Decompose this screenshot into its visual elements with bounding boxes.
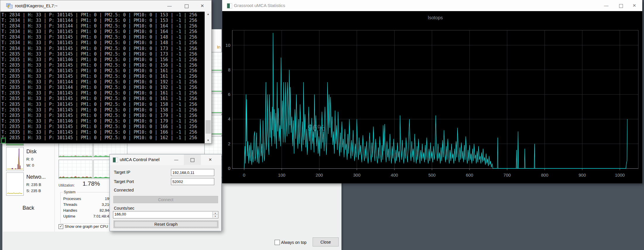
stat-value: 7:01:48:42: [93, 214, 111, 218]
statistics-window-title: Grassroot uMCA Statistics: [234, 3, 285, 8]
x-tick-label: 600: [462, 173, 477, 177]
system-stat-row: Uptime7:01:48:42: [63, 214, 111, 220]
terminal-row: T: 2834 | H: 33 | P: 101145 | PM1: 0 | P…: [1, 46, 197, 51]
system-stat-row: Threads3,210: [63, 202, 111, 208]
utilization-value: 1.78%: [83, 180, 100, 187]
terminal-row: T: 2835 | H: 33 | P: 101144 | PM1: 0 | P…: [1, 85, 197, 90]
always-on-top-label: Always on top: [281, 240, 306, 245]
chart-app-icon: [113, 157, 118, 163]
connection-status: Connected: [114, 188, 134, 192]
dialog-title: uMCA Control Panel: [120, 157, 160, 162]
statistics-titlebar[interactable]: Grassroot uMCA Statistics — ✕: [222, 0, 642, 11]
y-tick-label: 4: [223, 116, 230, 121]
terminal-row: T: 2835 | H: 33 | P: 101145 | PM1: 0 | P…: [1, 135, 197, 141]
target-ip-label: Target IP: [114, 170, 130, 175]
scroll-down-icon[interactable]: ▼: [205, 138, 211, 143]
target-port-input[interactable]: [171, 178, 214, 185]
close-button[interactable]: Close: [313, 237, 339, 246]
x-tick-label: 700: [500, 173, 514, 177]
reset-graph-button[interactable]: Reset Graph: [114, 220, 218, 228]
control-panel-dialog: uMCA Control Panel — ✕ Target IP Target …: [109, 154, 222, 231]
terminal-cursor: [1, 138, 6, 143]
x-tick-label: 100: [274, 173, 289, 177]
statistics-window: Grassroot uMCA Statistics — ✕ Isotops 96…: [222, 0, 642, 183]
spin-down-icon[interactable]: ▼: [213, 215, 218, 218]
scrollbar-thumb[interactable]: [205, 120, 211, 134]
network-thumbnail[interactable]: [6, 173, 24, 196]
terminal-row: T: 2835 | H: 33 | P: 101145 | PM1: 0 | P…: [1, 96, 197, 101]
x-tick-label: 0: [237, 173, 251, 177]
y-tick-label: 0: [223, 166, 230, 171]
terminal-row: T: 2835 | H: 33 | P: 101146 | PM1: 0 | P…: [1, 57, 197, 63]
disk-read-value: R: 0: [26, 157, 33, 161]
disk-thumbnail[interactable]: [6, 147, 24, 171]
terminal-row: T: 2834 | H: 33 | P: 101145 | PM1: 0 | P…: [1, 35, 197, 40]
connect-button[interactable]: Connect: [113, 196, 218, 203]
maximize-icon[interactable]: [186, 154, 199, 165]
y-tick-label: 8: [223, 67, 230, 72]
close-icon[interactable]: ✕: [628, 0, 641, 11]
target-port-label: Target Port: [114, 179, 134, 184]
stat-label: Uptime: [63, 214, 75, 218]
terminal-scrollbar[interactable]: ▲ ▼: [205, 11, 211, 143]
counts-per-sec-label: Counts/sec: [114, 206, 134, 211]
terminal-output: T: 2834 | H: 33 | P: 101145 | PM1: 0 | P…: [1, 12, 197, 141]
cpu-name-fragment: In: [217, 44, 221, 49]
disk-usage-graph: [6, 147, 23, 170]
counts-spinner[interactable]: 166,00 ▲ ▼: [113, 211, 218, 218]
terminal-row: T: 2835 | H: 33 | P: 101145 | PM1: 0 | P…: [1, 74, 197, 79]
terminal-row: T: 2835 | H: 33 | P: 101145 | PM1: 0 | P…: [1, 130, 197, 135]
network-received-value: R: 235 B: [26, 182, 41, 187]
x-tick-label: 400: [387, 173, 402, 177]
system-stat-row: Handles82,946: [63, 208, 111, 214]
back-link[interactable]: Back: [23, 205, 34, 211]
always-on-top-checkbox[interactable]: [275, 240, 280, 245]
utilization-label: Utilization:: [59, 183, 75, 187]
stat-label: Threads: [63, 202, 77, 207]
network-sent-value: S: 235 B: [26, 189, 41, 193]
x-tick-label: 500: [425, 173, 439, 177]
terminal-row: T: 2834 | H: 33 | P: 101144 | PM1: 0 | P…: [1, 18, 197, 23]
stat-label: Handles: [63, 208, 77, 213]
putty-terminal-icon: [6, 3, 13, 9]
terminal-row: T: 2835 | H: 33 | P: 101145 | PM1: 0 | P…: [1, 51, 197, 57]
terminal-row: T: 2834 | H: 33 | P: 101145 | PM1: 0 | P…: [1, 12, 197, 18]
terminal-row: T: 2835 | H: 33 | P: 101146 | PM1: 0 | P…: [1, 118, 197, 124]
sidebar-disk-label[interactable]: Disk: [26, 149, 37, 155]
minimize-icon[interactable]: —: [600, 0, 613, 11]
x-tick-label: 300: [350, 173, 364, 177]
system-groupbox-title: System: [63, 190, 77, 194]
close-icon[interactable]: ✕: [203, 154, 217, 165]
terminal-row: T: 2835 | H: 33 | P: 101145 | PM1: 0 | P…: [1, 113, 197, 118]
scroll-up-icon[interactable]: ▲: [205, 11, 211, 17]
disk-write-value: W: 0: [26, 163, 34, 168]
divider: [54, 135, 55, 232]
terminal-row: T: 2835 | H: 33 | P: 101145 | PM1: 0 | P…: [1, 63, 197, 68]
x-tick-label: 1000: [612, 173, 627, 177]
chart-app-icon: [227, 3, 232, 8]
maximize-icon[interactable]: [180, 0, 193, 11]
y-tick-label: 10: [223, 43, 230, 48]
cpu-graph-cell: [59, 160, 93, 179]
network-usage-graph: [6, 173, 23, 195]
show-one-graph-label: Show one graph per CPU: [65, 224, 108, 229]
counts-value: 166,00: [114, 212, 126, 216]
minimize-icon[interactable]: —: [163, 0, 176, 11]
x-tick-label: 800: [537, 173, 552, 177]
close-icon[interactable]: ✕: [196, 0, 209, 11]
target-ip-input[interactable]: [171, 169, 214, 176]
spinner-buttons: ▲ ▼: [213, 212, 218, 218]
system-stat-row: Processes199: [63, 196, 111, 202]
terminal-window-title: root@Kagerou_EL7:~: [15, 3, 58, 8]
terminal-titlebar[interactable]: root@Kagerou_EL7:~ — ✕: [0, 0, 211, 12]
terminal-row: T: 2835 | H: 33 | P: 101145 | PM1: 0 | P…: [1, 102, 197, 107]
show-one-graph-checkbox[interactable]: ✓: [59, 224, 63, 229]
terminal-window: root@Kagerou_EL7:~ — ✕ T: 2834 | H: 33 |…: [0, 0, 212, 144]
minimize-icon[interactable]: —: [169, 154, 183, 165]
spin-up-icon[interactable]: ▲: [213, 212, 218, 215]
dialog-titlebar[interactable]: uMCA Control Panel — ✕: [110, 154, 221, 165]
sidebar-network-label[interactable]: Netwo...: [26, 174, 46, 180]
x-tick-label: 200: [312, 173, 327, 177]
maximize-icon[interactable]: [614, 0, 628, 11]
terminal-row: T: 2835 | H: 33 | P: 101145 | PM1: 0 | P…: [1, 107, 197, 113]
